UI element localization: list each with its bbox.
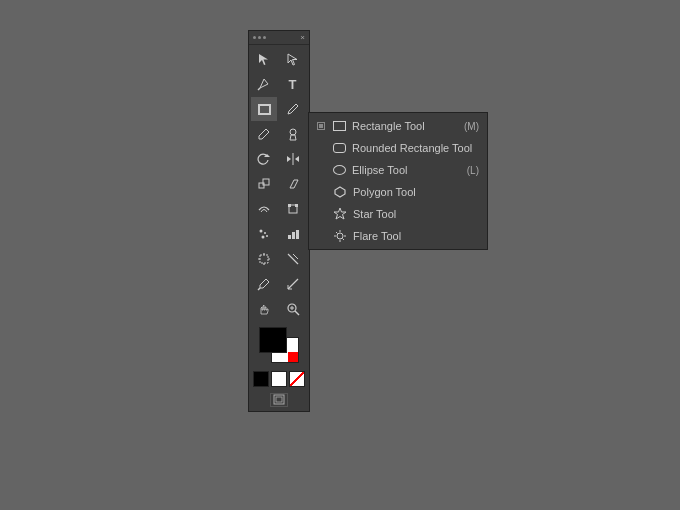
paintbrush-tool-btn[interactable] bbox=[280, 97, 306, 121]
svg-rect-13 bbox=[288, 235, 291, 239]
color-options-row bbox=[249, 369, 309, 389]
svg-line-39 bbox=[343, 239, 345, 241]
flare-tool-label: Flare Tool bbox=[353, 230, 401, 242]
selection-tool-btn[interactable] bbox=[251, 47, 277, 71]
flare-tool-menu-item[interactable]: Flare Tool bbox=[309, 225, 487, 247]
foreground-swatch[interactable] bbox=[259, 327, 287, 353]
star-tool-menu-item[interactable]: Star Tool bbox=[309, 203, 487, 225]
pencil-tool-btn[interactable] bbox=[251, 122, 277, 146]
shear-tool-btn[interactable] bbox=[280, 172, 306, 196]
svg-rect-16 bbox=[260, 255, 268, 263]
rectangle-tool-label: Rectangle Tool bbox=[352, 120, 425, 132]
rectangle-tool-menu-item[interactable]: Rectangle Tool (M) bbox=[309, 115, 487, 137]
svg-point-11 bbox=[262, 236, 265, 239]
svg-marker-32 bbox=[334, 208, 346, 219]
polygon-tool-label: Polygon Tool bbox=[353, 186, 416, 198]
svg-rect-15 bbox=[296, 230, 299, 239]
shape-tool-dropdown: Rectangle Tool (M) Rounded Rectangle Too… bbox=[308, 112, 488, 250]
no-indicator-4 bbox=[317, 210, 325, 218]
rounded-rectangle-tool-icon bbox=[333, 143, 346, 153]
no-indicator-3 bbox=[317, 188, 325, 196]
rectangle-tool-icon bbox=[333, 121, 346, 131]
svg-rect-14 bbox=[292, 232, 295, 239]
svg-line-26 bbox=[295, 311, 299, 315]
rectangle-tool-shortcut: (M) bbox=[464, 121, 479, 132]
no-indicator-5 bbox=[317, 232, 325, 240]
svg-line-0 bbox=[258, 88, 260, 90]
tool-grid: T bbox=[249, 45, 309, 323]
color-area bbox=[249, 323, 309, 369]
white-swatch[interactable] bbox=[271, 371, 287, 387]
column-graph-tool-btn[interactable] bbox=[280, 222, 306, 246]
svg-point-10 bbox=[264, 232, 266, 234]
blob-brush-tool-btn[interactable] bbox=[280, 122, 306, 146]
free-transform-tool-btn[interactable] bbox=[280, 197, 306, 221]
hand-tool-btn[interactable] bbox=[251, 297, 277, 321]
svg-point-33 bbox=[337, 233, 343, 239]
titlebar-dot-2 bbox=[258, 36, 261, 39]
titlebar-dot-3 bbox=[263, 36, 266, 39]
titlebar-dot-1 bbox=[253, 36, 256, 39]
ellipse-tool-icon bbox=[333, 165, 346, 175]
symbol-sprayer-tool-btn[interactable] bbox=[251, 222, 277, 246]
warp-tool-btn[interactable] bbox=[251, 197, 277, 221]
artboard-tool-btn[interactable] bbox=[251, 247, 277, 271]
svg-line-21 bbox=[258, 288, 260, 290]
ellipse-tool-label: Ellipse Tool bbox=[352, 164, 407, 176]
toolbar-titlebar: × bbox=[249, 31, 309, 45]
svg-rect-8 bbox=[295, 204, 298, 207]
color-swatches bbox=[259, 327, 299, 365]
star-tool-label: Star Tool bbox=[353, 208, 396, 220]
svg-line-38 bbox=[336, 232, 338, 234]
slice-tool-btn[interactable] bbox=[280, 247, 306, 271]
black-swatch[interactable] bbox=[253, 371, 269, 387]
pen-tool-btn[interactable] bbox=[251, 72, 277, 96]
zoom-tool-btn[interactable] bbox=[280, 297, 306, 321]
close-button[interactable]: × bbox=[300, 34, 305, 42]
reflect-tool-btn[interactable] bbox=[280, 147, 306, 171]
polygon-tool-icon bbox=[333, 185, 347, 199]
selected-indicator bbox=[317, 122, 325, 130]
type-tool-btn[interactable]: T bbox=[280, 72, 306, 96]
rounded-rectangle-tool-label: Rounded Rectangle Tool bbox=[352, 142, 472, 154]
titlebar-dots bbox=[253, 36, 266, 39]
ellipse-tool-shortcut: (L) bbox=[467, 165, 479, 176]
view-options bbox=[249, 389, 309, 411]
rounded-rectangle-tool-menu-item[interactable]: Rounded Rectangle Tool bbox=[309, 137, 487, 159]
star-tool-icon bbox=[333, 207, 347, 221]
direct-selection-tool-btn[interactable] bbox=[280, 47, 306, 71]
no-indicator bbox=[317, 144, 325, 152]
svg-line-22 bbox=[288, 279, 298, 289]
scale-tool-btn[interactable] bbox=[251, 172, 277, 196]
flare-tool-icon bbox=[333, 229, 347, 243]
no-indicator-2 bbox=[317, 166, 325, 174]
measure-tool-btn[interactable] bbox=[280, 272, 306, 296]
change-screen-mode-btn[interactable] bbox=[270, 393, 288, 407]
svg-point-12 bbox=[266, 235, 268, 237]
svg-rect-29 bbox=[274, 395, 284, 404]
none-swatch[interactable] bbox=[289, 371, 305, 387]
svg-point-9 bbox=[260, 230, 263, 233]
svg-rect-7 bbox=[288, 204, 291, 207]
svg-marker-31 bbox=[335, 187, 345, 197]
polygon-tool-menu-item[interactable]: Polygon Tool bbox=[309, 181, 487, 203]
toolbar-panel: × T bbox=[248, 30, 310, 412]
svg-point-1 bbox=[290, 129, 296, 135]
ellipse-tool-menu-item[interactable]: Ellipse Tool (L) bbox=[309, 159, 487, 181]
svg-rect-30 bbox=[276, 397, 282, 402]
eyedropper-tool-btn[interactable] bbox=[251, 272, 277, 296]
rotate-tool-btn[interactable] bbox=[251, 147, 277, 171]
shape-tool-btn[interactable] bbox=[251, 97, 277, 121]
